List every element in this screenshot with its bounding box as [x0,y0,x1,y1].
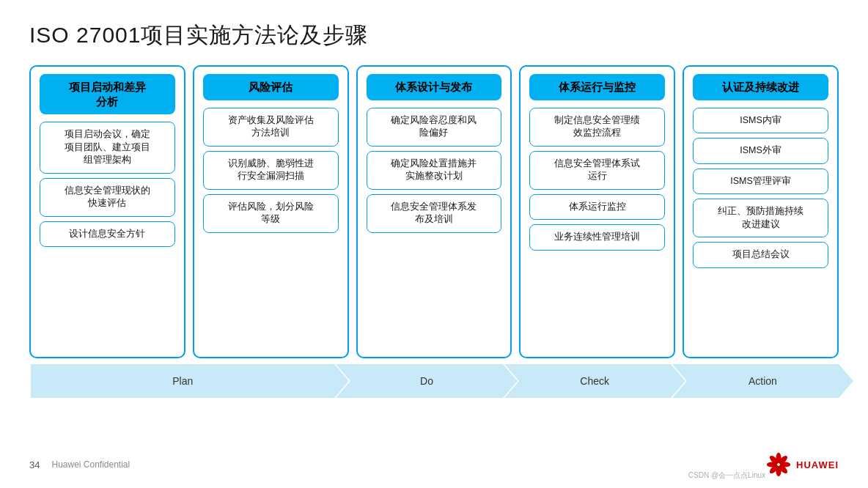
col-item: ISMS管理评审 [693,169,828,195]
footer-left: 34 Huawei Confidential [29,459,130,470]
col-item: 资产收集及风险评估方法培训 [203,108,339,147]
column-box-3: 体系设计与发布 确定风险容忍度和风险偏好 确定风险处置措施并实施整改计划 信息安… [356,65,512,358]
arrow-row: .bottom-arrows-wrapper { display: flex; … [29,364,839,398]
col-item: 确定风险容忍度和风险偏好 [367,108,502,147]
column-box-4: 体系运行与监控 制定信息安全管理绩效监控流程 信息安全管理体系试运行 体系运行监… [519,65,675,358]
confidential-label: Huawei Confidential [51,459,130,470]
page: ISO 27001项目实施方法论及步骤 项目启动和差异分析 项目启动会议，确定项… [0,0,868,488]
arrow-do: Do [350,364,502,398]
column-5: 认证及持续改进 ISMS内审 ISMS外审 ISMS管理评审 纠正、预防措施持续… [683,65,839,358]
csdn-watermark: CSDN @会一点点Linux [688,470,765,481]
col-header-2: 风险评估 [203,74,339,100]
col-item: 评估风险，划分风险等级 [203,194,339,233]
col-item: 制定信息安全管理绩效监控流程 [529,108,665,147]
col-item: 设计信息安全方针 [40,221,175,248]
col-items-1: 项目启动会议，确定项目团队、建立项目组管理架构 信息安全管理现状的快速评估 设计… [40,122,175,350]
column-box-2: 风险评估 资产收集及风险评估方法培训 识别威胁、脆弱性进行安全漏洞扫描 评估风险… [193,65,349,358]
col-item: 体系运行监控 [529,194,665,221]
col-header-4: 体系运行与监控 [529,74,665,100]
col-item: 信息安全管理体系发布及培训 [367,194,502,233]
page-title: ISO 27001项目实施方法论及步骤 [29,21,839,51]
col-header-5: 认证及持续改进 [693,74,828,100]
col-header-1: 项目启动和差异分析 [40,74,175,114]
col-item: ISMS内审 [693,108,828,134]
huawei-flower-icon [765,451,792,478]
arrow-plan: Plan [31,364,334,398]
arrow-action: Action [687,364,839,398]
col-item: 识别威胁、脆弱性进行安全漏洞扫描 [203,151,339,190]
page-number: 34 [29,459,40,470]
col-items-5: ISMS内审 ISMS外审 ISMS管理评审 纠正、预防措施持续改进建议 项目总… [693,108,828,350]
column-4: 体系运行与监控 制定信息安全管理绩效监控流程 信息安全管理体系试运行 体系运行监… [519,65,675,358]
column-3: 体系设计与发布 确定风险容忍度和风险偏好 确定风险处置措施并实施整改计划 信息安… [356,65,512,358]
arrow-check: Check [519,364,671,398]
column-2: 风险评估 资产收集及风险评估方法培训 识别威胁、脆弱性进行安全漏洞扫描 评估风险… [193,65,349,358]
col-item: 确定风险处置措施并实施整改计划 [367,151,502,190]
column-box-5: 认证及持续改进 ISMS内审 ISMS外审 ISMS管理评审 纠正、预防措施持续… [683,65,839,358]
content-area: 项目启动和差异分析 项目启动会议，确定项目团队、建立项目组管理架构 信息安全管理… [29,65,839,398]
col-item: 业务连续性管理培训 [529,224,665,251]
col-items-2: 资产收集及风险评估方法培训 识别威胁、脆弱性进行安全漏洞扫描 评估风险，划分风险… [203,108,339,350]
col-header-3: 体系设计与发布 [367,74,502,100]
col-items-3: 确定风险容忍度和风险偏好 确定风险处置措施并实施整改计划 信息安全管理体系发布及… [367,108,502,350]
column-box-1: 项目启动和差异分析 项目启动会议，确定项目团队、建立项目组管理架构 信息安全管理… [29,65,185,358]
col-item: ISMS外审 [693,138,828,164]
col-item: 项目总结会议 [693,242,828,268]
col-items-4: 制定信息安全管理绩效监控流程 信息安全管理体系试运行 体系运行监控 业务连续性管… [529,108,665,350]
huawei-brand-text: HUAWEI [796,459,839,470]
col-item: 项目启动会议，确定项目团队、建立项目组管理架构 [40,122,175,174]
col-item: 纠正、预防措施持续改进建议 [693,199,828,237]
columns-row: 项目启动和差异分析 项目启动会议，确定项目团队、建立项目组管理架构 信息安全管理… [29,65,839,358]
col-item: 信息安全管理现状的快速评估 [40,178,175,217]
column-1: 项目启动和差异分析 项目启动会议，确定项目团队、建立项目组管理架构 信息安全管理… [29,65,185,358]
col-item: 信息安全管理体系试运行 [529,151,665,190]
footer-logo: HUAWEI [765,451,839,478]
